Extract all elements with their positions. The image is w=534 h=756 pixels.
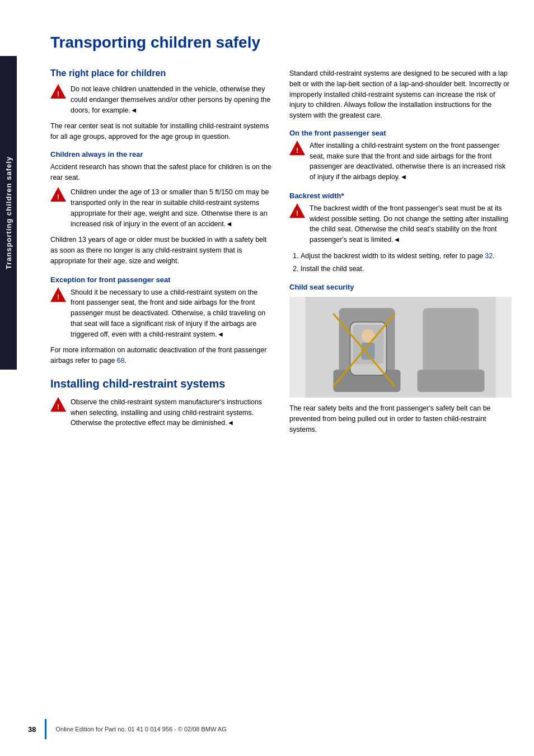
standard-systems-text: Standard child-restraint systems are des… [289,68,512,121]
page-32-link[interactable]: 32 [485,252,493,260]
exception-section: Exception for front passenger seat Shoul… [50,276,273,366]
warning-icon-6 [289,203,305,219]
warning-front-passenger: After installing a child-restraint syste… [289,141,512,183]
child-seat-security-para: The rear safety belts and the front pass… [289,403,512,435]
page-title: Transporting children safely [50,34,512,52]
right-place-section: The right place for children Do not leav… [50,68,273,366]
backrest-steps: Adjust the backrest width to its widest … [301,251,512,274]
warning-children-rear-text: Children under the age of 13 or smaller … [71,187,273,229]
page-number: 38 [28,725,36,734]
warning-front-passenger-text: After installing a child-restraint syste… [310,141,512,183]
child-seat-security-section: Child seat security [289,283,512,435]
warning-unattended-text: Do not leave children unattended in the … [71,84,273,115]
children-rear-para1: Accident research has shown that the saf… [50,162,273,183]
warning-icon-5 [289,141,305,156]
warning-installing-text: Observe the child-restraint system manuf… [71,397,273,428]
exception-heading: Exception for front passenger seat [50,276,273,284]
warning-exception: Should it be necessary to use a child-re… [50,287,273,340]
backrest-heading: Backrest width* [289,192,512,200]
warning-icon-1 [50,84,66,100]
warning-backrest-text: The backrest width of the front passenge… [310,203,512,245]
front-passenger-heading: On the front passenger seat [289,129,512,137]
svg-rect-10 [418,370,485,392]
two-column-layout: The right place for children Do not leav… [50,68,512,444]
page-68-link[interactable]: 68 [117,357,125,365]
footer: 38 Online Edition for Part no. 01 41 0 0… [28,719,512,739]
warning-backrest: The backrest width of the front passenge… [289,203,512,245]
exception-para: For more information on automatic deacti… [50,345,273,366]
warning-icon-4 [50,397,66,413]
step-1: Adjust the backrest width to its widest … [301,251,512,262]
step-2: Install the child seat. [301,264,512,274]
children-13-text: Children 13 years of age or older must b… [50,235,273,266]
child-seat-image [289,297,512,398]
sidebar-label: Transporting children safely [0,56,17,370]
footer-copyright: Online Edition for Part no. 01 41 0 014 … [55,726,226,732]
right-place-heading: The right place for children [50,68,273,78]
warning-icon-3 [50,287,66,303]
warning-icon-2 [50,187,66,203]
left-column: The right place for children Do not leav… [50,68,273,444]
child-seat-security-heading: Child seat security [289,283,512,291]
warning-installing: Observe the child-restraint system manuf… [50,397,273,428]
front-passenger-section: On the front passenger seat After instal… [289,129,512,183]
main-content: Transporting children safely The right p… [28,0,534,489]
footer-bar [45,719,46,739]
installing-section: Installing child-restraint systems Obser… [50,377,273,428]
children-rear-section: Children always in the rear Accident res… [50,150,273,267]
installing-heading: Installing child-restraint systems [50,377,273,390]
warning-unattended: Do not leave children unattended in the … [50,84,273,115]
children-rear-heading: Children always in the rear [50,150,273,158]
warning-exception-text: Should it be necessary to use a child-re… [71,287,273,340]
warning-children-rear: Children under the age of 13 or smaller … [50,187,273,229]
right-column: Standard child-restraint systems are des… [289,68,512,444]
rear-center-text: The rear center seat is not suitable for… [50,121,273,142]
backrest-section: Backrest width* The backrest width of th… [289,192,512,274]
